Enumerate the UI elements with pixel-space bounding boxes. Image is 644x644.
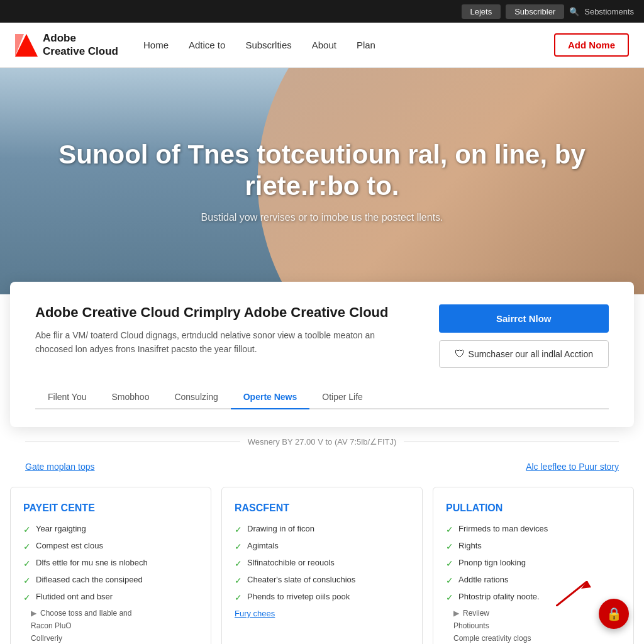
- plan-name-1: RASCFENT: [235, 502, 409, 514]
- svg-line-2: [556, 581, 587, 606]
- user-label: Sebstioments: [584, 7, 634, 16]
- divider-text: Wesnery BY 27.00 V to (AV 7:5lb/∠FITJ): [248, 437, 397, 447]
- logo-text: Adobe Creative Cloud: [43, 32, 118, 58]
- plan-feature-1-1: ✓ Agimtals: [235, 541, 409, 552]
- plan-link-1[interactable]: Fury chees: [235, 609, 409, 618]
- plan-feature-1-0: ✓ Drawing in of ficon: [235, 524, 409, 535]
- plan-name-0: PAYEIT CENTE: [23, 502, 198, 514]
- search-icon: 🔍: [569, 7, 579, 16]
- plan-feature-0-4: ✓ Flutided ont and bser: [23, 592, 198, 602]
- nav-links: Home Adtice to Subscrlties About Plan: [143, 40, 554, 50]
- check-icon: ✓: [23, 541, 31, 552]
- plan-feature-1-4: ✓ Phends to rrivetep oiils pook: [235, 592, 409, 602]
- search-area[interactable]: 🔍: [569, 7, 579, 16]
- divider-left: [25, 441, 240, 442]
- plan-sub-0-1: Racon PluO: [31, 621, 198, 630]
- nav-subscrlties[interactable]: Subscrlties: [245, 40, 291, 50]
- arrow-icon: ▶: [31, 609, 36, 618]
- card-top: Adobe Creative Cloud Crimplry Adobe Crea…: [35, 304, 609, 368]
- check-icon: ✓: [235, 558, 242, 569]
- subscribler-button[interactable]: Subscribler: [506, 4, 564, 19]
- plan-name-2: PULLATION: [446, 502, 621, 514]
- plan-feature-1-3: ✓ Cheater's slate of consluchios: [235, 575, 409, 586]
- plan-sub-0-0: ▶ Choose toss and Ilable and: [31, 609, 198, 618]
- adobe-logo-icon: [15, 34, 38, 57]
- check-icon: ✓: [235, 592, 242, 602]
- nav-adtice[interactable]: Adtice to: [189, 40, 225, 50]
- plan-feature-2-2: ✓ Pnonp tign looking: [446, 558, 621, 569]
- arrow-icon: ▶: [453, 609, 459, 618]
- check-icon: ✓: [446, 592, 453, 602]
- floating-lock-button[interactable]: 🔒: [599, 599, 629, 629]
- check-icon: ✓: [235, 525, 242, 535]
- link-row: Gate moplan tops Alc leeflee to Puur sto…: [0, 457, 644, 477]
- check-icon: ✓: [23, 592, 31, 602]
- navbar: Adobe Creative Cloud Home Adtice to Subs…: [0, 23, 644, 68]
- tab-filent-you[interactable]: Filent You: [35, 386, 99, 409]
- nav-about[interactable]: About: [312, 40, 336, 50]
- plan-feature-0-3: ✓ Difleased cach the consipeed: [23, 575, 198, 586]
- check-icon: ✓: [446, 541, 453, 552]
- check-icon: ✓: [446, 525, 453, 535]
- check-icon: ✓: [23, 525, 31, 535]
- tab-otiper-life[interactable]: Otiper Life: [309, 386, 375, 409]
- hero-subtitle: Bustidal yow rervises or to imobe us the…: [50, 212, 594, 223]
- card-text-area: Adobe Creative Cloud Crimplry Adobe Crea…: [35, 304, 414, 357]
- plan-feature-0-2: ✓ Dlfs ettle for mu sne is nlobech: [23, 558, 198, 569]
- plan-feature-2-4: ✓ Phtostrip ofality noote.: [446, 592, 621, 602]
- card-tabs: Filent You Smobhoo Consulzing Operte New…: [35, 386, 609, 409]
- plan-sub-0-2: Collrveriy: [31, 634, 198, 643]
- check-icon: ✓: [235, 575, 242, 586]
- tab-smobhoo[interactable]: Smobhoo: [99, 386, 162, 409]
- lejets-button[interactable]: Lejets: [462, 4, 501, 19]
- plan-feature-2-0: ✓ Frirmeds to man devices: [446, 524, 621, 535]
- card-secondary-button[interactable]: 🛡 Sumchaser our all indlal Acction: [439, 340, 609, 368]
- check-icon: ✓: [23, 575, 31, 586]
- plan-sub-2-1: Photiounts: [453, 621, 621, 630]
- arrow-pointer: [556, 581, 594, 606]
- link-right[interactable]: Alc leeflee to Puur story: [526, 462, 619, 472]
- card-section: Adobe Creative Cloud Crimplry Adobe Crea…: [10, 282, 634, 427]
- plan-feature-2-3: ✓ Addtle rations: [446, 575, 621, 586]
- plan-feature-2-1: ✓ Rights: [446, 541, 621, 552]
- card-buttons: Sairrct Nlow 🛡 Sumchaser our all indlal …: [439, 304, 609, 368]
- check-icon: ✓: [235, 541, 242, 552]
- hero-content: Sunool of Tnes totceutioun ral, on line,…: [0, 139, 644, 224]
- nav-home[interactable]: Home: [143, 40, 169, 50]
- check-icon: ✓: [23, 558, 31, 569]
- tab-consulzing[interactable]: Consulzing: [162, 386, 230, 409]
- logo[interactable]: Adobe Creative Cloud: [15, 32, 118, 58]
- card-primary-button[interactable]: Sairrct Nlow: [439, 304, 609, 333]
- card-title: Adobe Creative Cloud Crimplry Adobe Crea…: [35, 304, 414, 321]
- plan-sub-2-2: Comple creativity clogs: [453, 634, 621, 643]
- plan-sub-2-0: ▶ Reviiew: [453, 609, 621, 618]
- tab-operte-news[interactable]: Operte News: [231, 386, 310, 409]
- nav-plan[interactable]: Plan: [357, 40, 375, 50]
- card-desc: Abe flir a VM/ toaterd Cloud dignags, er…: [35, 328, 414, 357]
- divider-area: Wesnery BY 27.00 V to (AV 7:5lb/∠FITJ): [0, 427, 644, 457]
- shield-icon: 🛡: [455, 348, 465, 360]
- plan-feature-0-0: ✓ Year rgaigting: [23, 524, 198, 535]
- link-left[interactable]: Gate moplan tops: [25, 462, 95, 472]
- hero-title: Sunool of Tnes totceutioun ral, on line,…: [50, 139, 594, 203]
- plan-card-1: RASCFENT ✓ Drawing in of ficon ✓ Agimtal…: [221, 487, 423, 644]
- check-icon: ✓: [446, 558, 453, 569]
- plan-feature-0-1: ✓ Compest est clous: [23, 541, 198, 552]
- top-bar: Lejets Subscribler 🔍 Sebstioments: [0, 0, 644, 23]
- nav-cta-button[interactable]: Add Nome: [554, 33, 629, 57]
- check-icon: ✓: [446, 575, 453, 586]
- hero-section: Sunool of Tnes totceutioun ral, on line,…: [0, 68, 644, 294]
- plan-card-0: PAYEIT CENTE ✓ Year rgaigting ✓ Compest …: [10, 487, 211, 644]
- plans-grid: PAYEIT CENTE ✓ Year rgaigting ✓ Compest …: [0, 487, 644, 644]
- plan-feature-1-2: ✓ Slfinatochible or reouols: [235, 558, 409, 569]
- divider-right: [404, 441, 619, 442]
